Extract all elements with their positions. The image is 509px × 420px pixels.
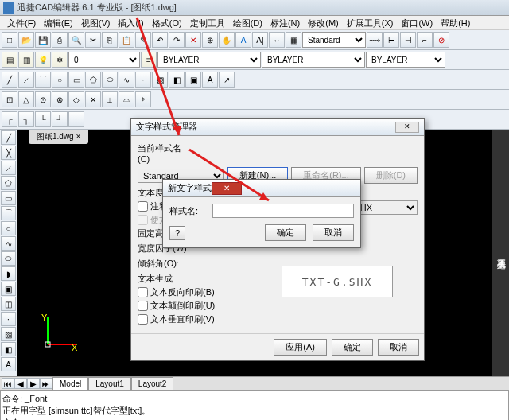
d-arc-icon[interactable]: ⌒: [35, 72, 51, 88]
dim2-icon[interactable]: ⊣: [400, 32, 416, 48]
save-icon[interactable]: 💾: [35, 32, 51, 48]
pan-icon[interactable]: ✋: [219, 32, 235, 48]
menu-insert[interactable]: 插入(I): [114, 16, 147, 29]
tool-palette[interactable]: 工具选项板: [492, 130, 509, 376]
drawing-tab[interactable]: 图纸1.dwg ×: [29, 130, 88, 144]
delete-button[interactable]: 删除(D): [364, 167, 418, 184]
tab-layout2[interactable]: Layout2: [131, 377, 174, 391]
new-icon[interactable]: □: [2, 32, 17, 48]
snap-end-icon[interactable]: ⊡: [2, 91, 17, 107]
lt-region-icon[interactable]: ◧: [1, 342, 16, 356]
lt-block-icon[interactable]: ◫: [1, 297, 16, 311]
tab-model[interactable]: Model: [52, 377, 88, 391]
text-a-icon[interactable]: A: [235, 32, 251, 48]
d-text-icon[interactable]: A: [202, 72, 218, 88]
lt-poly-icon[interactable]: ⬠: [1, 176, 16, 190]
ok-button[interactable]: 确定: [332, 339, 373, 356]
menu-ext[interactable]: 扩展工具(X): [343, 16, 398, 29]
style-name-input[interactable]: [212, 204, 354, 218]
r5-5[interactable]: │: [68, 111, 84, 127]
undo-icon[interactable]: ↶: [152, 32, 168, 48]
d-hatch-icon[interactable]: ▨: [152, 72, 168, 88]
tab-prev-icon[interactable]: ◀: [14, 378, 27, 389]
zoom-icon[interactable]: ⊕: [202, 32, 218, 48]
tab-layout1[interactable]: Layout1: [88, 377, 131, 391]
lt-text-icon[interactable]: A: [1, 357, 16, 371]
d-rect-icon[interactable]: ▭: [68, 72, 84, 88]
table-icon[interactable]: ▦: [286, 32, 301, 48]
dialog2-title-bar[interactable]: 新文字样式 ✕: [163, 180, 360, 197]
menu-window[interactable]: 窗口(W): [397, 16, 437, 29]
menu-help[interactable]: 帮助(H): [437, 16, 474, 29]
lt-hatch-icon[interactable]: ▨: [1, 327, 16, 341]
lt-arc-icon[interactable]: ⌒: [1, 206, 16, 220]
bulb-icon[interactable]: 💡: [35, 52, 51, 68]
backwards-check[interactable]: [138, 287, 148, 298]
d-spline-icon[interactable]: ∿: [119, 72, 134, 88]
snap-tan-icon[interactable]: ⌓: [119, 91, 134, 107]
open-icon[interactable]: 📂: [18, 32, 34, 48]
lt-insert-icon[interactable]: ▣: [1, 282, 16, 296]
d-pline-icon[interactable]: ⟋: [18, 72, 34, 88]
redo-icon[interactable]: ↷: [169, 32, 185, 48]
snap-mid-icon[interactable]: △: [18, 91, 34, 107]
snap-int-icon[interactable]: ✕: [85, 91, 101, 107]
cancel-button[interactable]: 取消: [378, 339, 419, 356]
d-point-icon[interactable]: ·: [135, 72, 151, 88]
paste-icon[interactable]: 📋: [119, 32, 134, 48]
snap-node-icon[interactable]: ⊗: [52, 91, 68, 107]
linetype-select[interactable]: BYLAYER: [157, 52, 261, 68]
ok-button[interactable]: 确定: [265, 224, 306, 241]
esc-icon[interactable]: ⊘: [433, 32, 449, 48]
lineweight-select[interactable]: BYLAYER: [262, 52, 365, 68]
d-poly-icon[interactable]: ⬠: [85, 72, 101, 88]
lt-rect-icon[interactable]: ▭: [1, 191, 16, 205]
font-icon[interactable]: A|: [252, 32, 268, 48]
r5-2[interactable]: ┐: [18, 111, 34, 127]
lt-circle-icon[interactable]: ○: [1, 221, 16, 235]
preview-icon[interactable]: 🔍: [68, 32, 84, 48]
freeze-icon[interactable]: ❄: [52, 52, 68, 68]
erase-icon[interactable]: ✕: [185, 32, 201, 48]
vertical-check[interactable]: [138, 314, 148, 325]
d-block-icon[interactable]: ▣: [185, 72, 201, 88]
close-icon[interactable]: ✕: [395, 122, 419, 133]
r5-3[interactable]: └: [35, 111, 51, 127]
d-ellipse-icon[interactable]: ⬭: [102, 72, 118, 88]
ucs-icon[interactable]: ⌐: [417, 32, 433, 48]
snap-near-icon[interactable]: ⌖: [135, 91, 151, 107]
menu-draw[interactable]: 绘图(D): [229, 16, 266, 29]
lt-point-icon[interactable]: ·: [1, 312, 16, 326]
tab-last-icon[interactable]: ⏭: [40, 378, 52, 389]
cancel-button[interactable]: 取消: [313, 224, 354, 241]
copy-icon[interactable]: ⎘: [102, 32, 118, 48]
cut-icon[interactable]: ✂: [85, 32, 101, 48]
layer1-icon[interactable]: ▤: [2, 52, 17, 68]
lt-xline-icon[interactable]: ╳: [1, 146, 16, 160]
upside-check[interactable]: [138, 301, 148, 311]
help-button[interactable]: ?: [169, 226, 185, 240]
layerprop-icon[interactable]: ≡: [141, 52, 157, 68]
print-icon[interactable]: ⎙: [52, 32, 68, 48]
layer2-icon[interactable]: ▥: [18, 52, 34, 68]
layer-select[interactable]: 0: [68, 52, 140, 68]
menu-tools[interactable]: 定制工具: [186, 16, 229, 29]
menu-modify[interactable]: 修改(M): [304, 16, 343, 29]
menu-dim[interactable]: 标注(N): [266, 16, 304, 29]
close-icon[interactable]: ✕: [212, 182, 242, 195]
d-circle-icon[interactable]: ○: [52, 72, 68, 88]
menu-edit[interactable]: 编辑(E): [40, 16, 77, 29]
lt-pline-icon[interactable]: ⟋: [1, 161, 16, 175]
match-icon[interactable]: ✎: [135, 32, 151, 48]
snap-quad-icon[interactable]: ◇: [68, 91, 84, 107]
snap-cen-icon[interactable]: ⊙: [35, 91, 51, 107]
r5-1[interactable]: ┌: [2, 111, 17, 127]
annotative-check[interactable]: [138, 201, 148, 212]
d-line-icon[interactable]: ╱: [2, 72, 17, 88]
lt-spline-icon[interactable]: ∿: [1, 236, 16, 251]
apply-button[interactable]: 应用(A): [274, 339, 327, 356]
d-leader-icon[interactable]: ↗: [219, 72, 235, 88]
menu-view[interactable]: 视图(V): [77, 16, 115, 29]
tab-next-icon[interactable]: ▶: [27, 378, 40, 389]
menu-format[interactable]: 格式(O): [148, 16, 186, 29]
